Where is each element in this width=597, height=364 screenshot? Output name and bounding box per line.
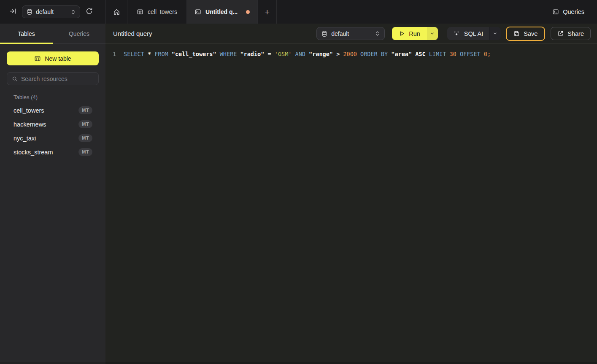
chevron-updown-icon: [375, 31, 380, 36]
query-controls: default Run: [316, 27, 591, 41]
refresh-icon: [86, 8, 93, 15]
share-icon: [557, 30, 564, 37]
table-row-cell-towers[interactable]: cell_towers MT: [0, 103, 105, 117]
share-button-label: Share: [567, 30, 584, 37]
topbar-right: Queries: [552, 0, 597, 24]
tabstrip: cell_towers Untitled q... +: [105, 0, 277, 24]
sql-token: "area": [391, 51, 412, 57]
plus-icon: +: [265, 8, 270, 16]
query-title[interactable]: Untitled query: [113, 30, 152, 37]
table-engine-badge: MT: [78, 134, 92, 142]
sql-token: ORDER BY: [360, 51, 388, 57]
sql-token: FROM: [154, 51, 168, 57]
unsaved-changes-dot: [246, 10, 250, 14]
sql-token: 2000: [343, 51, 357, 57]
sidebar-tab-label: Tables: [18, 30, 35, 37]
home-icon: [113, 8, 120, 16]
search-input[interactable]: [21, 75, 94, 82]
sql-token: SELECT: [124, 51, 144, 57]
collapse-sidebar-button[interactable]: [9, 8, 16, 16]
tab-home[interactable]: [106, 0, 127, 24]
sql-token: 'GSM': [275, 51, 292, 57]
sql-token: LIMIT: [429, 51, 446, 57]
topbar-database-selector[interactable]: default: [22, 5, 80, 18]
main-database-value: default: [331, 30, 349, 37]
topbar: default: [0, 0, 597, 24]
database-icon: [27, 8, 32, 15]
chevron-down-icon: [493, 31, 497, 36]
chevron-down-icon: [430, 31, 435, 36]
table-name: stocks_stream: [14, 149, 78, 156]
line-number: 1: [112, 50, 117, 58]
table-name: hackernews: [14, 121, 78, 128]
main-database-selector[interactable]: default: [316, 27, 385, 40]
query-header: Untitled query default: [105, 24, 597, 44]
sql-ai-button[interactable]: SQL AI: [447, 27, 489, 40]
tab-untitled-query[interactable]: Untitled q...: [187, 0, 258, 24]
chevron-updown-icon: [71, 9, 76, 15]
tab-label: cell_towers: [148, 8, 177, 15]
tables-list: cell_towers MT hackernews MT nyc_taxi MT…: [0, 103, 105, 159]
table-row-nyc-taxi[interactable]: nyc_taxi MT: [0, 131, 105, 145]
topbar-database-value: default: [36, 8, 54, 15]
table-icon: [137, 8, 143, 15]
sql-token: 30: [449, 51, 456, 57]
sql-token: ASC: [415, 51, 425, 57]
queries-button-label: Queries: [563, 8, 584, 15]
query-icon: [552, 8, 559, 15]
run-options-button[interactable]: [427, 27, 438, 40]
tables-section-title: Tables (4): [14, 94, 105, 100]
sql-token: =: [268, 51, 271, 57]
play-icon: [399, 30, 405, 37]
query-icon: [194, 8, 201, 15]
queries-button[interactable]: Queries: [552, 8, 584, 15]
collapse-sidebar-icon: [9, 8, 16, 15]
sidebar: Tables Queries New table Tables (4): [0, 24, 105, 364]
tab-cell-towers[interactable]: cell_towers: [127, 0, 187, 24]
table-name: nyc_taxi: [14, 135, 78, 142]
sql-token: "cell_towers": [172, 51, 216, 57]
sql-ai-options-button[interactable]: [489, 27, 501, 40]
table-engine-badge: MT: [78, 148, 92, 156]
sql-token: *: [148, 51, 151, 57]
sql-token: OFFSET: [460, 51, 481, 57]
save-icon: [513, 30, 520, 37]
table-row-hackernews[interactable]: hackernews MT: [0, 117, 105, 131]
sql-token: >: [336, 51, 340, 57]
search-icon: [12, 76, 18, 82]
new-tab-button[interactable]: +: [258, 0, 277, 24]
sql-editor[interactable]: 1 SELECT * FROM "cell_towers" WHERE "rad…: [105, 44, 597, 58]
table-engine-badge: MT: [78, 120, 92, 128]
main-panel: Untitled query default: [105, 24, 597, 364]
sql-ai-button-group: SQL AI: [447, 27, 501, 40]
run-button-label: Run: [409, 30, 420, 37]
sql-token: "range": [309, 51, 333, 57]
sidebar-tabs: Tables Queries: [0, 24, 105, 44]
sql-token: 0;: [484, 51, 491, 57]
save-button[interactable]: Save: [506, 27, 545, 41]
new-table-button[interactable]: New table: [7, 51, 99, 65]
database-icon: [321, 30, 327, 37]
table-name: cell_towers: [14, 107, 78, 114]
sidebar-tab-label: Queries: [69, 30, 89, 37]
sql-ai-label: SQL AI: [464, 30, 483, 37]
run-button-group: Run: [392, 27, 438, 40]
sidebar-tab-queries[interactable]: Queries: [53, 24, 105, 43]
table-icon: [34, 55, 41, 62]
sql-line-tokens: SELECT * FROM "cell_towers" WHERE "radio…: [124, 50, 491, 58]
search-box: [7, 72, 99, 85]
tab-label: Untitled q...: [205, 8, 238, 15]
sql-token: AND: [295, 51, 305, 57]
sidebar-tab-tables[interactable]: Tables: [0, 24, 53, 43]
run-button[interactable]: Run: [392, 27, 427, 40]
sql-token: "radio": [240, 51, 264, 57]
save-button-label: Save: [524, 30, 538, 37]
topbar-left: default: [0, 0, 105, 24]
sparkles-icon: [453, 30, 460, 37]
share-button[interactable]: Share: [551, 27, 591, 40]
table-engine-badge: MT: [78, 106, 92, 114]
table-row-stocks-stream[interactable]: stocks_stream MT: [0, 145, 105, 159]
sql-token: WHERE: [220, 51, 237, 57]
refresh-button[interactable]: [86, 8, 93, 16]
new-table-label: New table: [45, 55, 71, 62]
